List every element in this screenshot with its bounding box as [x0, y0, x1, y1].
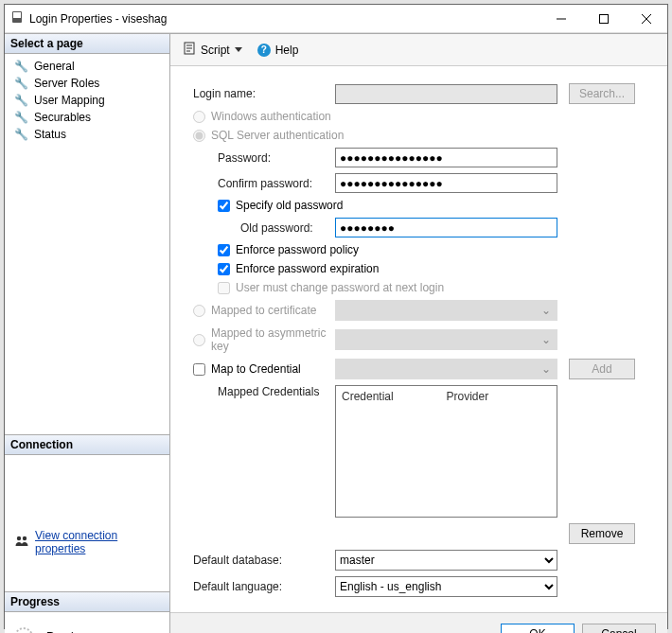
default-db-label: Default database: — [193, 554, 335, 567]
svg-rect-3 — [599, 14, 608, 23]
nav-label: General — [34, 60, 75, 73]
main-panel: Script ? Help Login name: Search... — [170, 34, 667, 633]
sql-auth-label: SQL Server authentication — [211, 129, 344, 142]
wrench-icon: 🔧 — [14, 94, 28, 107]
chevron-down-icon — [235, 47, 242, 52]
mapped-asym-radio — [193, 334, 205, 346]
sql-auth-radio — [193, 130, 205, 142]
windows-auth-label: Windows authentication — [211, 110, 331, 123]
windows-auth-radio — [193, 111, 205, 123]
window-title: Login Properties - viseshag — [29, 12, 167, 26]
titlebar: Login Properties - viseshag — [5, 5, 667, 33]
app-icon — [10, 10, 24, 26]
mapped-cert-radio — [193, 305, 205, 317]
nav-user-mapping[interactable]: 🔧 User Mapping — [9, 92, 166, 109]
confirm-password-input[interactable] — [335, 173, 557, 193]
form-area: Login name: Search... Windows authentica… — [170, 66, 667, 612]
specify-old-password-label: Specify old password — [236, 199, 343, 212]
nav-label: Server Roles — [34, 77, 99, 90]
enforce-expiration-checkbox[interactable] — [218, 263, 230, 275]
help-button[interactable]: ? Help — [253, 40, 304, 61]
script-label: Script — [201, 44, 230, 57]
user-must-change-checkbox — [218, 282, 230, 294]
connection-icon — [14, 535, 29, 551]
mapped-cert-combo: ⌄ — [335, 300, 557, 321]
help-icon: ? — [257, 44, 271, 57]
progress-spinner-icon — [14, 627, 33, 633]
progress-header: Progress — [5, 591, 169, 612]
nav-label: Status — [34, 128, 66, 141]
select-page-header: Select a page — [5, 34, 169, 54]
search-button: Search... — [569, 83, 635, 104]
login-properties-window: Login Properties - viseshag Select a pag… — [4, 4, 668, 629]
specify-old-password-checkbox[interactable] — [218, 200, 230, 212]
nav-label: User Mapping — [34, 94, 105, 107]
wrench-icon: 🔧 — [14, 60, 28, 73]
connection-header: Connection — [5, 434, 169, 455]
svg-rect-1 — [13, 12, 21, 18]
password-input[interactable] — [335, 148, 557, 167]
wrench-icon: 🔧 — [14, 128, 28, 141]
toolbar: Script ? Help — [170, 34, 667, 66]
nav-general[interactable]: 🔧 General — [9, 58, 166, 75]
progress-panel: Ready — [5, 612, 169, 633]
map-credential-checkbox[interactable] — [193, 363, 205, 376]
close-button[interactable] — [625, 5, 667, 32]
login-name-label: Login name: — [193, 87, 335, 100]
enforce-expiration-label: Enforce password expiration — [236, 262, 379, 275]
confirm-password-label: Confirm password: — [193, 177, 335, 190]
nav-server-roles[interactable]: 🔧 Server Roles — [9, 75, 166, 92]
wrench-icon: 🔧 — [14, 77, 28, 90]
nav-status[interactable]: 🔧 Status — [9, 126, 166, 143]
help-label: Help — [275, 44, 299, 57]
map-credential-label: Map to Credential — [211, 362, 335, 376]
connection-panel: View connection properties — [5, 455, 169, 591]
view-connection-link[interactable]: View connection properties — [35, 529, 162, 555]
svg-point-6 — [17, 536, 21, 539]
page-nav: 🔧 General 🔧 Server Roles 🔧 User Mapping … — [5, 54, 169, 147]
cred-col-provider: Provider — [447, 390, 552, 403]
minimize-button[interactable] — [539, 5, 582, 32]
script-icon — [183, 42, 196, 58]
add-button: Add — [569, 359, 635, 379]
default-lang-label: Default language: — [193, 580, 335, 593]
cred-col-credential: Credential — [342, 390, 447, 403]
nav-securables[interactable]: 🔧 Securables — [9, 109, 166, 126]
svg-point-7 — [23, 536, 27, 539]
wrench-icon: 🔧 — [14, 111, 28, 124]
mapped-cert-label: Mapped to certificate — [211, 304, 335, 317]
default-db-combo[interactable]: master — [335, 550, 557, 571]
user-must-change-label: User must change password at next login — [236, 281, 444, 294]
ok-button[interactable]: OK — [501, 624, 575, 634]
mapped-credentials-label: Mapped Credentials — [193, 385, 335, 398]
button-bar: OK Cancel — [170, 612, 667, 633]
mapped-asym-label: Mapped to asymmetric key — [211, 326, 335, 353]
mapped-asym-combo: ⌄ — [335, 329, 557, 350]
nav-label: Securables — [34, 111, 91, 124]
password-label: Password: — [193, 151, 335, 165]
script-button[interactable]: Script — [178, 38, 247, 62]
map-credential-combo: ⌄ — [335, 359, 557, 379]
cancel-button[interactable]: Cancel — [582, 624, 656, 634]
login-name-input — [335, 84, 557, 104]
old-password-label: Old password: — [193, 221, 335, 235]
maximize-button[interactable] — [582, 5, 625, 32]
sidebar: Select a page 🔧 General 🔧 Server Roles 🔧… — [5, 34, 170, 633]
enforce-policy-checkbox[interactable] — [218, 244, 230, 256]
default-lang-combo[interactable]: English - us_english — [335, 576, 557, 597]
enforce-policy-label: Enforce password policy — [236, 243, 359, 256]
old-password-input[interactable] — [335, 218, 557, 237]
mapped-credentials-grid[interactable]: Credential Provider — [335, 385, 557, 518]
remove-button[interactable]: Remove — [569, 523, 635, 544]
